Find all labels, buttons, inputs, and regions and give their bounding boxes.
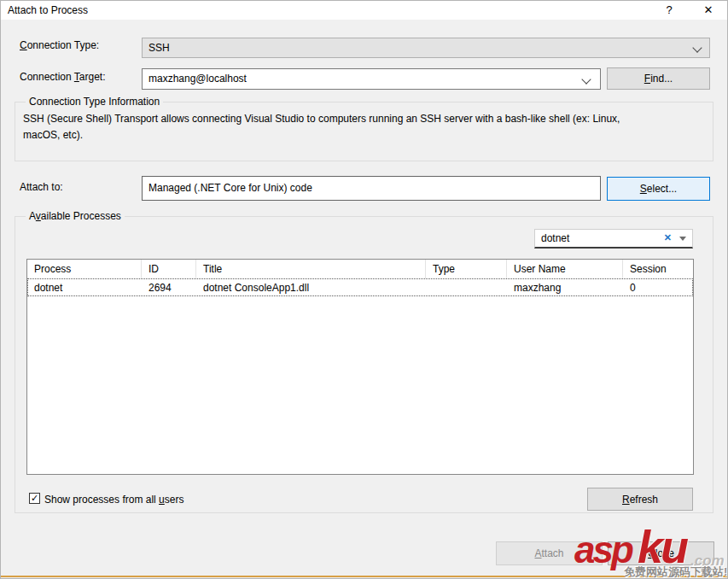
process-table-header: Process ID Title Type User Name Session xyxy=(27,260,693,278)
chevron-down-icon xyxy=(581,74,591,84)
show-all-users-checkbox[interactable]: ✓ xyxy=(29,493,40,504)
help-icon[interactable]: ? xyxy=(661,2,678,19)
info-text-line1: SSH (Secure Shell) Transport allows conn… xyxy=(23,113,620,125)
attach-to-field[interactable]: Managed (.NET Core for Unix) code xyxy=(142,176,601,201)
window-title: Attach to Process xyxy=(8,4,88,16)
connection-type-info-group: Connection Type Information SSH (Secure … xyxy=(15,102,713,161)
connection-type-select[interactable]: SSH xyxy=(142,38,710,58)
column-header-title[interactable]: Title xyxy=(196,260,426,278)
table-row[interactable]: dotnet 2694 dotnet ConsoleApp1.dll maxzh… xyxy=(27,278,693,296)
info-text-line2: macOS, etc). xyxy=(23,129,83,141)
cell-user-name: maxzhang xyxy=(508,279,624,295)
connection-type-label: Connection Type: xyxy=(20,39,99,51)
column-header-process[interactable]: Process xyxy=(27,260,142,278)
column-header-user-name[interactable]: User Name xyxy=(507,260,623,278)
cell-type xyxy=(427,279,508,295)
connection-type-info-title: Connection Type Information xyxy=(26,96,163,108)
column-header-type[interactable]: Type xyxy=(426,260,507,278)
show-all-users-label[interactable]: Show processes from all users xyxy=(44,494,183,506)
filter-dropdown-icon[interactable] xyxy=(679,237,686,241)
connection-target-input[interactable]: maxzhang@localhost xyxy=(142,68,601,90)
refresh-button[interactable]: Refresh xyxy=(587,488,693,511)
connection-target-label: Connection Target: xyxy=(20,71,106,83)
clear-filter-icon[interactable]: ✕ xyxy=(664,232,672,243)
attach-to-process-dialog: Attach to Process ? ✕ Connection Type: S… xyxy=(0,0,728,579)
find-button[interactable]: Find... xyxy=(607,67,710,90)
chevron-down-icon xyxy=(692,43,702,52)
title-bar: Attach to Process ? ✕ xyxy=(1,1,727,20)
process-filter-input[interactable]: dotnet ✕ xyxy=(534,229,693,249)
bottom-accent-bar xyxy=(1,576,727,577)
connection-target-value: maxzhang@localhost xyxy=(149,73,247,85)
close-icon[interactable]: ✕ xyxy=(700,2,717,19)
cell-session: 0 xyxy=(624,279,692,295)
connection-type-value: SSH xyxy=(149,42,170,54)
cell-id: 2694 xyxy=(143,279,197,295)
cell-process: dotnet xyxy=(28,279,143,295)
attach-to-label: Attach to: xyxy=(20,181,63,193)
cell-title: dotnet ConsoleApp1.dll xyxy=(197,279,427,295)
attach-button[interactable]: Attach xyxy=(496,541,603,565)
available-processes-title: Available Processes xyxy=(26,210,125,222)
process-filter-value: dotnet xyxy=(541,232,569,244)
attach-to-value: Managed (.NET Core for Unix) code xyxy=(149,182,312,194)
close-button[interactable]: Close xyxy=(608,541,714,565)
column-header-id[interactable]: ID xyxy=(142,260,196,278)
column-header-session[interactable]: Session xyxy=(623,260,693,278)
process-table: Process ID Title Type User Name Session … xyxy=(26,259,694,475)
select-button[interactable]: Select... xyxy=(607,177,710,201)
